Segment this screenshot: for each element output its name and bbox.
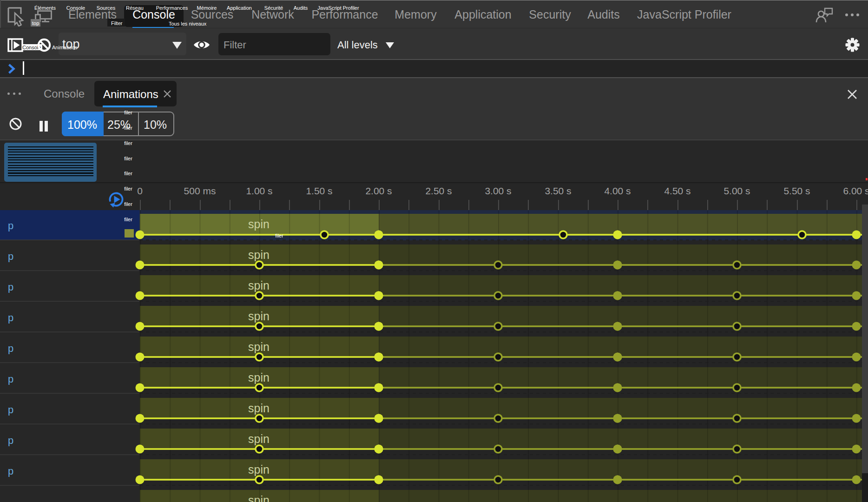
svg-text:p: p (8, 343, 13, 354)
svg-text:p: p (8, 220, 13, 231)
svg-text:spin: spin (248, 463, 270, 476)
svg-text:p: p (8, 435, 13, 446)
svg-text:spin: spin (248, 340, 270, 353)
svg-text:spin: spin (248, 371, 270, 384)
svg-text:spin: spin (248, 432, 270, 445)
svg-text:p: p (8, 373, 13, 385)
svg-text:p: p (8, 251, 13, 262)
svg-text:p: p (8, 281, 13, 293)
svg-text:spin: spin (248, 402, 270, 415)
svg-text:p: p (8, 404, 13, 416)
svg-text:spin: spin (248, 310, 270, 323)
svg-text:spin: spin (248, 248, 270, 261)
svg-text:spin: spin (248, 218, 270, 231)
svg-text:spin: spin (248, 494, 270, 502)
svg-text:p: p (8, 465, 13, 477)
svg-text:spin: spin (248, 279, 270, 292)
svg-text:p: p (8, 312, 13, 324)
